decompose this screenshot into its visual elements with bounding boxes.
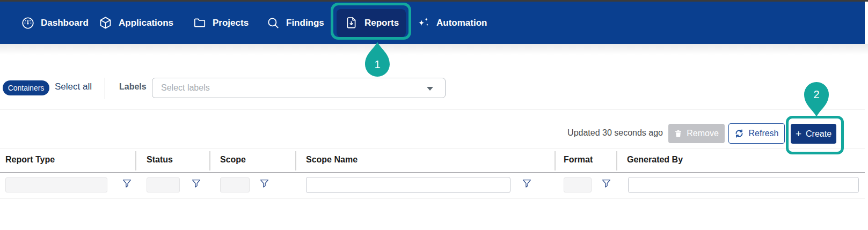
- nav-item-dashboard[interactable]: Dashboard: [20, 2, 89, 44]
- column-header-format[interactable]: Format: [564, 155, 593, 165]
- filter-funnel-icon-scope[interactable]: [260, 179, 269, 188]
- column-header-generated-by[interactable]: Generated By: [627, 155, 683, 165]
- nav-label-automation: Automation: [436, 18, 487, 28]
- filter-funnel-icon-format[interactable]: [602, 179, 611, 188]
- toolbar-bottom-divider: [0, 149, 865, 149]
- nav-label-dashboard: Dashboard: [41, 18, 89, 28]
- step-marker-2: 2: [803, 80, 830, 118]
- cube-icon: [98, 16, 113, 30]
- dashboard-gauge-icon: [20, 16, 35, 30]
- filter-input-scope-name[interactable]: [306, 177, 510, 193]
- nav-item-findings[interactable]: Findings: [266, 2, 324, 44]
- column-divider: [555, 151, 556, 170]
- main-navbar: Dashboard Applications Projects: [0, 2, 865, 44]
- trash-icon: [674, 129, 682, 138]
- refresh-button[interactable]: Refresh: [728, 123, 785, 144]
- filter-funnel-icon-scope-name[interactable]: [522, 179, 531, 188]
- column-divider: [616, 151, 617, 170]
- step-marker-1: 1: [364, 41, 391, 78]
- column-divider: [295, 151, 296, 170]
- navbar-shadow: [0, 44, 868, 55]
- nav-item-applications[interactable]: Applications: [98, 2, 173, 44]
- containers-badge-label: Containers: [8, 84, 45, 92]
- nav-item-automation[interactable]: Automation: [416, 2, 487, 44]
- updated-status-text: Updated 30 seconds ago: [567, 128, 663, 138]
- column-divider: [209, 151, 210, 170]
- filter-funnel-icon-report-type[interactable]: [122, 179, 132, 188]
- column-divider: [135, 151, 136, 170]
- step-marker-1-number: 1: [364, 58, 391, 71]
- filter-input-status[interactable]: [147, 177, 180, 192]
- filter-input-format[interactable]: [564, 177, 592, 192]
- folder-icon: [192, 16, 207, 30]
- column-header-status[interactable]: Status: [147, 155, 173, 165]
- search-icon: [266, 16, 280, 30]
- filter-input-scope[interactable]: [220, 177, 250, 192]
- scrollbar-gap: [865, 2, 868, 44]
- remove-button[interactable]: Remove: [668, 124, 725, 143]
- filter-divider: [105, 78, 105, 99]
- containers-badge[interactable]: Containers: [3, 80, 49, 95]
- step-marker-2-number: 2: [803, 88, 830, 101]
- filter-funnel-icon-status[interactable]: [192, 179, 201, 188]
- nav-label-applications: Applications: [119, 18, 173, 28]
- nav-label-projects: Projects: [213, 18, 249, 28]
- labels-select-placeholder: Select labels: [161, 83, 210, 93]
- toolbar-top-divider: [0, 109, 865, 109]
- highlight-box-reports: [331, 3, 411, 40]
- sparkles-icon: [416, 16, 431, 30]
- filter-input-report-type[interactable]: [5, 177, 107, 192]
- refresh-button-label: Refresh: [748, 129, 778, 138]
- labels-select[interactable]: Select labels: [152, 78, 446, 98]
- column-header-report-type[interactable]: Report Type: [5, 155, 55, 165]
- refresh-icon: [734, 129, 744, 138]
- select-all-link[interactable]: Select all: [55, 81, 92, 92]
- remove-button-label: Remove: [687, 129, 719, 138]
- chevron-down-icon: [427, 87, 433, 91]
- labels-label: Labels: [119, 82, 147, 92]
- table-header-border: [0, 172, 865, 173]
- filter-input-generated-by[interactable]: [628, 177, 859, 193]
- highlight-box-create: [786, 116, 844, 154]
- table-filter-row-border: [0, 198, 865, 198]
- page: Dashboard Applications Projects: [0, 0, 868, 230]
- nav-label-findings: Findings: [286, 18, 324, 28]
- nav-item-projects[interactable]: Projects: [192, 2, 249, 44]
- column-header-scope[interactable]: Scope: [220, 155, 246, 165]
- column-header-scope-name[interactable]: Scope Name: [306, 155, 358, 165]
